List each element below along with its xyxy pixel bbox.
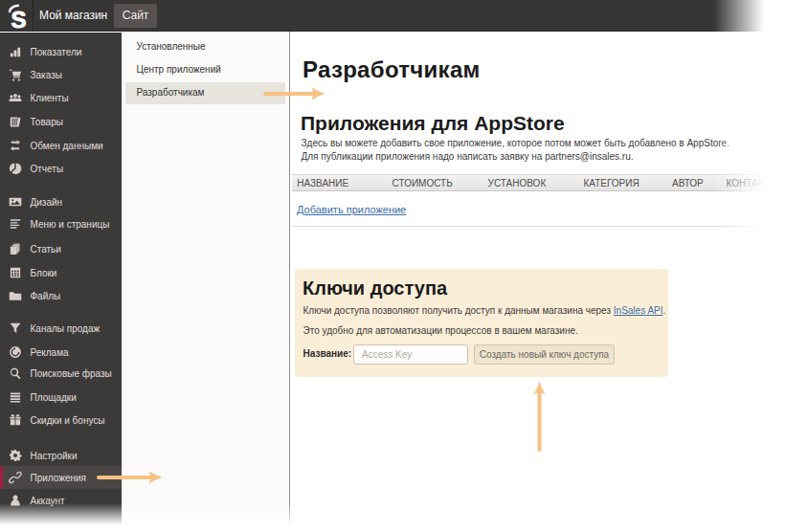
- svg-text:S: S: [11, 7, 27, 32]
